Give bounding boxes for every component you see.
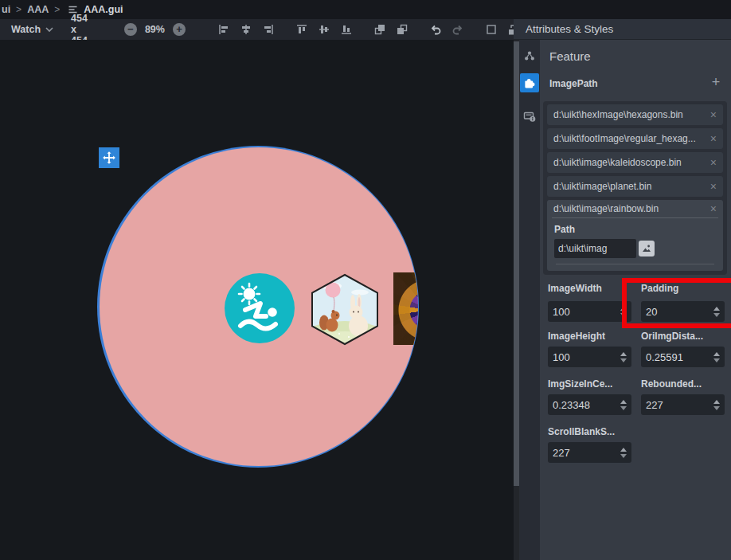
field-value: 0.23348	[553, 399, 620, 411]
breadcrumb-segment[interactable]: ui	[2, 4, 10, 15]
padding-field[interactable]: 20	[641, 301, 725, 322]
field-label: Rebounded...	[641, 378, 702, 390]
breadcrumb-separator: >	[16, 4, 22, 15]
imagewidth-field[interactable]: 100	[548, 301, 631, 322]
field-value: 100	[553, 306, 620, 318]
path-input[interactable]	[554, 239, 636, 258]
bunny-hexagon-image[interactable]	[309, 273, 381, 346]
field-label: ImageHeight	[548, 331, 605, 342]
field-value: 100	[553, 351, 620, 363]
breadcrumb-segment[interactable]: AAA	[27, 4, 49, 15]
panel-title-bar: Attributes & Styles	[514, 19, 731, 40]
breadcrumb: ui > AAA > AAA.gui	[0, 0, 731, 19]
chevron-down-icon	[45, 27, 53, 33]
imagepath-item-text: d:\uikt\image\rainbow.bin	[553, 203, 706, 214]
field-value: 227	[646, 399, 713, 411]
move-arrows-icon	[102, 151, 116, 165]
info-panel-icon[interactable]	[520, 107, 539, 126]
carousel-circle-widget[interactable]	[100, 147, 418, 466]
scrollblanksize-field[interactable]: 227	[548, 442, 631, 463]
add-imagepath-button[interactable]: +	[708, 75, 724, 91]
undo-icon[interactable]	[429, 23, 443, 37]
toolbar: Watch 454 x 454 − 89% +	[0, 19, 514, 40]
canvas-vertical-scrollbar-thumb[interactable]	[514, 41, 519, 486]
stepper-arrows[interactable]	[620, 448, 627, 458]
breadcrumb-separator: >	[54, 4, 60, 15]
swimming-icon[interactable]	[225, 273, 295, 343]
remove-item-icon[interactable]: ×	[706, 156, 717, 169]
field-label: ScrollBlankS...	[548, 426, 615, 437]
stepper-arrows[interactable]	[713, 400, 720, 410]
imagepath-item[interactable]: d:\uikt\hexImage\hexagons.bin ×	[547, 104, 723, 125]
nodes-icon[interactable]	[520, 46, 539, 65]
zoom-in-button[interactable]: +	[173, 23, 186, 36]
image-icon	[642, 244, 651, 253]
stepper-arrows[interactable]	[620, 352, 627, 362]
kaleidoscope-image[interactable]	[393, 272, 418, 345]
imagepath-list: d:\uikt\hexImage\hexagons.bin × d:\uikt\…	[543, 101, 727, 275]
field-label: ImageWidth	[548, 283, 602, 294]
divider	[556, 264, 714, 264]
align-top-icon[interactable]	[295, 23, 309, 37]
move-handle[interactable]	[99, 147, 119, 168]
imagepath-item[interactable]: d:\uikt\image\planet.bin ×	[547, 176, 723, 197]
panel-icon-strip	[519, 40, 540, 560]
oriimgdistance-field[interactable]: 0.25591	[641, 347, 725, 367]
remove-item-icon[interactable]: ×	[706, 180, 717, 193]
align-right-icon[interactable]	[262, 23, 276, 37]
puzzle-icon[interactable]	[520, 73, 539, 92]
imagepath-item-expanded[interactable]: d:\uikt\image\rainbow.bin × Path	[547, 200, 723, 271]
imageheight-field[interactable]: 100	[548, 347, 631, 367]
imagepath-item-text: d:\uikt\hexImage\hexagons.bin	[553, 109, 706, 120]
stepper-arrows[interactable]	[620, 400, 627, 410]
stepper-arrows[interactable]	[713, 352, 720, 362]
rebounded-field[interactable]: 227	[641, 394, 725, 415]
zoom-controls: − 89% +	[124, 23, 186, 36]
zoom-level: 89%	[145, 24, 165, 35]
section-title: Feature	[549, 49, 591, 63]
browse-image-button[interactable]	[639, 241, 655, 257]
align-center-horizontal-icon[interactable]	[240, 23, 253, 37]
field-value: 227	[553, 447, 620, 459]
field-label-padding: Padding	[641, 283, 678, 294]
attributes-panel: Feature ImagePath + d:\uikt\hexImage\hex…	[540, 40, 731, 560]
bring-forward-icon[interactable]	[373, 23, 387, 37]
zoom-out-button[interactable]: −	[124, 23, 137, 36]
toolbar-icon-group	[217, 23, 521, 37]
imgsizeincenter-field[interactable]: 0.23348	[548, 394, 631, 415]
remove-item-icon[interactable]: ×	[706, 108, 717, 121]
path-label: Path	[554, 224, 723, 235]
imagepath-item[interactable]: d:\uikt\image\kaleidoscope.bin ×	[547, 152, 723, 173]
align-middle-vertical-icon[interactable]	[318, 23, 331, 37]
field-label: ImgSizeInCe...	[548, 378, 612, 390]
remove-item-icon[interactable]: ×	[706, 132, 717, 145]
design-canvas[interactable]	[0, 40, 514, 560]
breadcrumb-current-file: AAA.gui	[84, 4, 123, 15]
panel-title: Attributes & Styles	[526, 23, 613, 35]
field-label: OriImgDista...	[641, 331, 703, 342]
field-value: 0.25591	[646, 351, 713, 363]
align-left-icon[interactable]	[217, 23, 231, 37]
selection-box-icon[interactable]	[485, 23, 498, 37]
imagepath-item-text: d:\uikt\footImage\regular_hexag...	[553, 133, 706, 144]
watch-label: Watch	[11, 24, 41, 35]
redo-icon[interactable]	[452, 23, 465, 37]
imagepath-item-text: d:\uikt\image\planet.bin	[553, 181, 706, 192]
imagepath-label: ImagePath	[549, 78, 598, 89]
remove-item-icon[interactable]: ×	[706, 202, 717, 215]
field-value: 20	[646, 306, 713, 318]
stepper-arrows[interactable]	[620, 307, 627, 317]
imagepath-item-text: d:\uikt\image\kaleidoscope.bin	[553, 157, 706, 168]
send-backward-icon[interactable]	[396, 23, 409, 37]
watch-dropdown[interactable]: Watch	[11, 24, 53, 35]
imagepath-item[interactable]: d:\uikt\footImage\regular_hexag... ×	[547, 128, 723, 149]
align-bottom-icon[interactable]	[340, 23, 354, 37]
gui-editor-window: ui > AAA > AAA.gui Watch 454 x 454 − 89%…	[0, 0, 731, 560]
stepper-arrows[interactable]	[713, 307, 720, 317]
